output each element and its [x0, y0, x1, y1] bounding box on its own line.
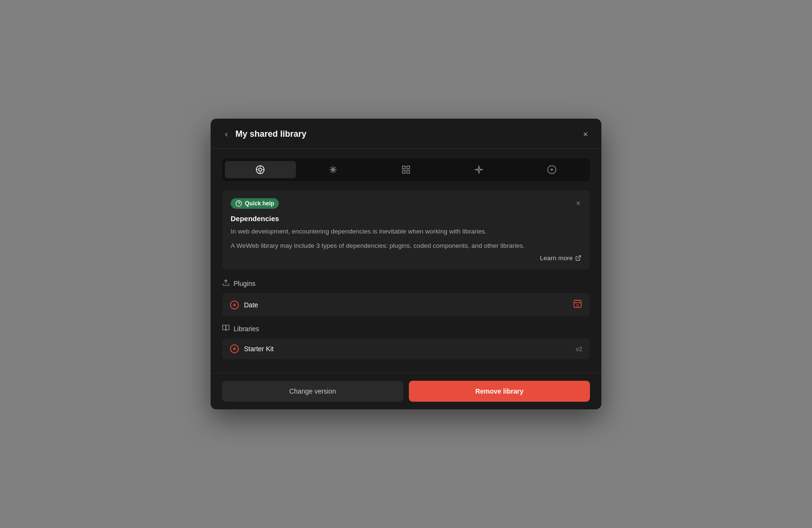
modal-header: ‹ My shared library ×: [211, 119, 601, 149]
libraries-section: Libraries Starter Kit v2: [222, 324, 590, 359]
svg-rect-12: [402, 171, 405, 173]
plugin-item-date: Date 31: [222, 293, 590, 316]
plugin-name-date: Date: [244, 301, 573, 309]
svg-rect-11: [407, 166, 410, 169]
modal-footer: Change version Remove library: [211, 373, 601, 409]
library-item-starter-kit: Starter Kit v2: [222, 338, 590, 359]
libraries-icon: [222, 324, 230, 334]
svg-point-1: [259, 168, 262, 172]
sparkle-small-icon: [328, 165, 338, 174]
calendar-icon-svg: 31: [573, 299, 582, 308]
tab-sparkle[interactable]: [443, 161, 514, 178]
quick-help-paragraph2: A WeWeb library may include 3 types of d…: [231, 241, 581, 251]
circle-x-icon: [230, 300, 239, 310]
quick-help-close-button[interactable]: ×: [575, 198, 581, 209]
library-name-starter-kit: Starter Kit: [244, 345, 576, 353]
library-version: v2: [576, 345, 582, 353]
sparkle-icon: [474, 165, 484, 174]
crosshair-icon: [255, 165, 265, 174]
libraries-section-header: Libraries: [222, 324, 590, 334]
modal-body: Quick help × Dependencies In web develop…: [211, 149, 601, 373]
back-button[interactable]: ‹: [222, 128, 231, 140]
modal-container: ‹ My shared library ×: [211, 119, 601, 409]
plugins-section-header: Plugins: [222, 279, 590, 288]
svg-rect-10: [402, 166, 405, 169]
quick-help-paragraph1: In web development, encountering depende…: [231, 226, 581, 237]
library-error-icon: [230, 344, 239, 354]
quick-help-header: Quick help ×: [231, 198, 581, 209]
tab-settings[interactable]: [516, 161, 587, 178]
remove-library-button[interactable]: Remove library: [409, 381, 590, 402]
plugins-icon: [222, 279, 230, 288]
quick-help-title: Dependencies: [231, 214, 581, 223]
svg-rect-13: [407, 171, 410, 173]
close-button[interactable]: ×: [581, 128, 590, 141]
grid-icon: [401, 165, 411, 174]
settings-icon: [547, 165, 557, 174]
upload-icon: [222, 279, 230, 286]
circle-x-library-icon: [230, 344, 239, 354]
external-link-icon: [575, 255, 581, 261]
modal-title: My shared library: [235, 129, 581, 139]
help-circle-icon: [235, 200, 242, 207]
quick-help-banner: Quick help × Dependencies In web develop…: [222, 191, 590, 269]
svg-text:31: 31: [576, 304, 579, 307]
learn-more-link[interactable]: Learn more: [231, 254, 581, 262]
modal-overlay: ‹ My shared library ×: [0, 0, 812, 528]
tab-grid[interactable]: [371, 161, 442, 178]
tab-components[interactable]: [225, 161, 296, 178]
change-version-button[interactable]: Change version: [222, 381, 403, 402]
tab-elements[interactable]: [298, 161, 369, 178]
book-icon: [222, 324, 230, 332]
calendar-icon: 31: [573, 299, 582, 311]
quick-help-badge: Quick help: [231, 198, 279, 209]
plugin-error-icon: [230, 300, 239, 310]
svg-line-19: [578, 256, 580, 259]
tab-bar: [222, 158, 590, 181]
